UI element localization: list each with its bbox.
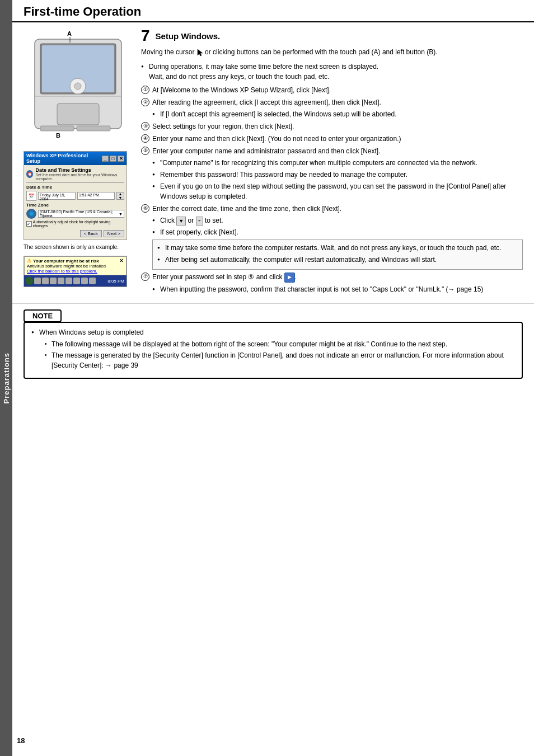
xp-titlebar-buttons: _ □ ✕	[102, 156, 124, 162]
touchpad-illustration: A	[24, 28, 130, 140]
step-5-sub-3: Even if you go on to the next step witho…	[152, 181, 523, 201]
dropdown-btn-icon: ▼	[176, 217, 186, 226]
step-6-note-box: It may take some time before the compute…	[152, 240, 523, 270]
step-item-1: ① At [Welcome to the Windows XP Setup Wi…	[141, 85, 523, 95]
step-5-sub-1: "Computer name" is for recognizing this …	[152, 158, 523, 168]
step-item-7: ⑦ Enter your password set in step ⑤ and …	[141, 272, 523, 294]
note-section: NOTE When Windows setup is completed The…	[12, 309, 534, 379]
step-7-sub-1: When inputting the password, confirm tha…	[152, 284, 523, 294]
taskbar-time: 8:05 PM	[107, 279, 125, 284]
xp-setup-screenshot: Windows XP Professional Setup _ □ ✕ ⏰ D	[24, 151, 127, 240]
xp-action-buttons: < Back Next >	[26, 230, 124, 237]
warning-icon: ⚠	[27, 258, 31, 264]
side-tab: Preparations	[0, 0, 12, 756]
auto-adjust-checkbox: ✓	[26, 221, 32, 227]
timezone-dropdown: (GMT-08:00) Pacific Time (US & Canada); …	[38, 210, 124, 218]
left-column: A	[12, 28, 135, 298]
step-2-subs: If [I don't accept this agreement] is se…	[152, 109, 523, 119]
step-6-sub-1: Click ▼ or ÷ to set.	[152, 215, 523, 226]
bullet-item-1: During operations, it may take some time…	[141, 62, 523, 82]
sys-icon-3	[50, 278, 57, 284]
page-title-bar: First-time Operation	[12, 0, 534, 22]
step-num-7: ⑦	[141, 273, 149, 281]
start-icon	[25, 277, 33, 285]
step-num-1: ①	[141, 86, 149, 94]
to-set-label: to set.	[205, 217, 223, 224]
side-tab-label: Preparations	[2, 353, 11, 403]
arrow-right-icon: →	[105, 361, 112, 369]
step-6-note-subs: It may take some time before the compute…	[157, 243, 518, 265]
page-title: First-time Operation	[24, 4, 141, 18]
step-header: 7 Setup Windows.	[141, 28, 523, 44]
time-spinner: ▲▼	[116, 192, 124, 200]
step-item-2: ② After reading the agreement, click [I …	[141, 97, 523, 119]
xp-next-button[interactable]: Next >	[104, 230, 124, 237]
step-5-subs: "Computer name" is for recognizing this …	[152, 158, 523, 201]
note-sub-list: The following message will be displayed …	[45, 339, 515, 370]
page-number: 18	[17, 736, 25, 745]
numbered-steps-list: ① At [Welcome to the Windows XP Setup Wi…	[141, 85, 523, 294]
popup-link[interactable]: Click the balloon to fix this problem.	[27, 269, 124, 274]
sys-icon-5	[65, 278, 72, 284]
step-item-4: ④ Enter your name and then click [Next].…	[141, 134, 523, 144]
step-num-3: ③	[141, 122, 149, 130]
note-box-content: When Windows setup is completed The foll…	[24, 322, 523, 379]
sys-icon-7	[81, 278, 88, 284]
click-label: Click	[160, 217, 175, 224]
touchpad-svg: A	[24, 28, 130, 140]
taskbar-popup: ⚠ Your computer might be at risk ✕ Antiv…	[24, 256, 127, 275]
step-2-sub-1: If [I don't accept this agreement] is se…	[152, 109, 523, 119]
xp-minimize-btn: _	[102, 156, 109, 162]
step-num-5: ⑤	[141, 147, 149, 155]
note-sub-item-1: The following message will be displayed …	[45, 339, 515, 349]
xp-close-btn: ✕	[118, 156, 124, 162]
svg-marker-12	[198, 49, 203, 56]
popup-title-text: Your computer might be at risk	[33, 259, 99, 264]
step-6-sub-2: If set properly, click [Next].	[152, 227, 523, 237]
sys-icon-2	[42, 278, 49, 284]
taskbar-screenshot: ⚠ Your computer might be at risk ✕ Antiv…	[24, 256, 127, 287]
step-num-4: ④	[141, 134, 149, 143]
svg-rect-5	[57, 104, 99, 125]
next-btn-icon: ▶	[284, 273, 295, 283]
xp-section-title: Date and Time Settings Set the correct d…	[35, 167, 124, 181]
popup-title-row: ⚠ Your computer might be at risk ✕	[27, 258, 124, 264]
sys-icon-6	[73, 278, 80, 284]
sys-icon-8	[89, 278, 96, 284]
note-box-title: NOTE	[24, 309, 62, 322]
step-7-subs: When inputting the password, confirm tha…	[152, 284, 523, 294]
step-5-sub-2: Remember this password! This password ma…	[152, 170, 523, 180]
note-main-item: When Windows setup is completed The foll…	[31, 327, 515, 370]
popup-line1: Antivirus software might not be installe…	[27, 264, 124, 269]
svg-rect-9	[77, 126, 110, 131]
step-6-note-sub-1: It may take some time before the compute…	[157, 243, 518, 253]
intro-text: Moving the cursor or clicking buttons ca…	[141, 47, 523, 57]
note-bullet-list: When Windows setup is completed The foll…	[31, 327, 515, 370]
sys-icon-1	[34, 278, 41, 284]
taskbar-bar: 8:05 PM	[24, 275, 127, 287]
step-number: 7	[141, 28, 150, 44]
xp-maximize-btn: □	[110, 156, 116, 162]
step-6-note-sub-2: After being set automatically, the compu…	[157, 255, 518, 265]
xp-window-title: Windows XP Professional Setup	[26, 153, 102, 164]
spinner-btn-icon: ÷	[196, 217, 203, 226]
or-label: or	[188, 217, 196, 224]
calendar-icon: 📅	[26, 191, 36, 201]
svg-text:B: B	[56, 132, 60, 139]
screen-example-label: The screen shown is only an example.	[24, 243, 119, 251]
step-title: Setup Windows.	[156, 31, 221, 41]
xp-header-icon: ⏰	[26, 170, 33, 178]
svg-point-7	[74, 83, 81, 90]
svg-text:A: A	[67, 30, 72, 37]
step-num-2: ②	[141, 98, 149, 106]
cursor-icon	[196, 49, 203, 57]
globe-icon: 🌐	[26, 209, 36, 219]
svg-rect-8	[40, 126, 74, 131]
sys-icon-4	[58, 278, 64, 284]
bullet-list-intro: During operations, it may take some time…	[141, 62, 523, 82]
popup-close-icon: ✕	[119, 258, 124, 264]
step-item-6: ⑥ Enter the correct date, time and the t…	[141, 204, 523, 270]
xp-back-button[interactable]: < Back	[80, 230, 102, 237]
right-column: 7 Setup Windows. Moving the cursor or cl…	[135, 28, 534, 298]
step-6-subs: Click ▼ or ÷ to set. If set properly, cl…	[152, 215, 523, 237]
